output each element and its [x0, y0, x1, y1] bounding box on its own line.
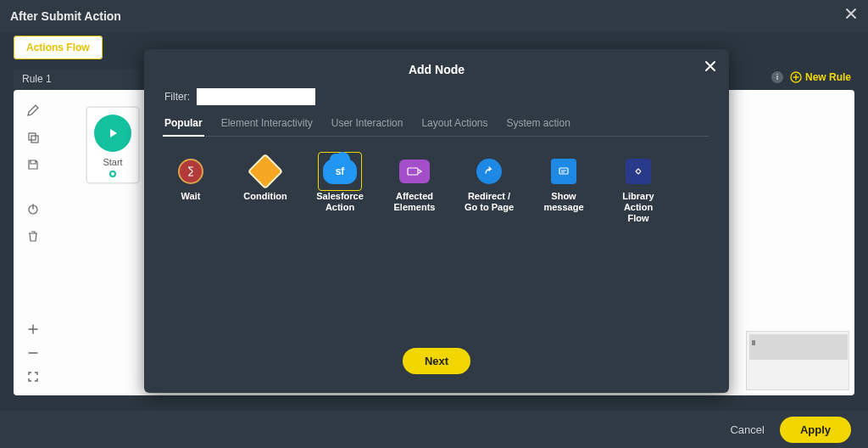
fullscreen-icon[interactable]: [26, 370, 40, 387]
new-rule-button[interactable]: i New Rule: [771, 71, 851, 83]
new-rule-label: New Rule: [805, 71, 851, 83]
tab-system-action[interactable]: System action: [506, 117, 570, 129]
hourglass-icon: [178, 159, 203, 184]
svg-rect-4: [408, 168, 418, 175]
plus-circle-icon: [790, 71, 802, 83]
start-node-label: Start: [92, 157, 133, 167]
filter-row: Filter:: [164, 88, 709, 105]
next-button[interactable]: Next: [403, 348, 470, 374]
library-icon: [626, 159, 651, 184]
modal-close-icon[interactable]: [704, 59, 717, 76]
modal-title: Add Node: [164, 63, 709, 76]
canvas-toolbar: [20, 102, 46, 244]
node-condition-label: Condition: [243, 191, 287, 202]
copy-icon[interactable]: [25, 129, 42, 146]
tab-actions-flow[interactable]: Actions Flow: [14, 36, 103, 59]
power-icon[interactable]: [25, 200, 42, 217]
cloud-icon: sf: [323, 159, 357, 184]
svg-rect-2: [31, 136, 38, 143]
canvas-zoom-controls: [20, 322, 46, 387]
node-wait[interactable]: Wait: [164, 152, 217, 225]
node-show-message[interactable]: Show message: [537, 152, 590, 225]
svg-rect-1: [29, 133, 36, 140]
node-salesforce-label: Salesforce Action: [314, 191, 366, 213]
node-library-label: Library Action Flow: [612, 191, 665, 225]
header-title: After Submit Action: [10, 9, 121, 23]
filter-input[interactable]: [197, 88, 315, 105]
node-redirect-label: Redirect / Go to Page: [463, 191, 515, 213]
start-node-port[interactable]: [109, 171, 116, 177]
tab-popular[interactable]: Popular: [164, 117, 203, 129]
apply-button[interactable]: Apply: [780, 417, 851, 443]
modal-header: After Submit Action: [0, 0, 868, 32]
play-icon: [94, 115, 131, 152]
tab-rule-1[interactable]: Rule 1: [14, 70, 139, 90]
node-palette: Wait Condition sf Salesforce Action Affe…: [164, 152, 709, 225]
tab-user-interaction[interactable]: User Interaction: [331, 117, 403, 129]
tab-layout-actions[interactable]: Layout Actions: [421, 117, 487, 129]
add-node-modal: Add Node Filter: Popular Element Interac…: [144, 49, 729, 393]
start-node[interactable]: Start: [86, 107, 139, 183]
tabbar: Actions Flow: [14, 39, 103, 54]
node-library-action-flow[interactable]: Library Action Flow: [612, 152, 665, 225]
node-affected-label: Affected Elements: [388, 191, 441, 213]
message-icon: [551, 159, 576, 184]
node-affected-elements[interactable]: Affected Elements: [388, 152, 441, 225]
node-redirect[interactable]: Redirect / Go to Page: [463, 152, 515, 225]
dialog-footer: Cancel Apply: [0, 411, 868, 448]
save-icon[interactable]: [25, 156, 42, 173]
filter-label: Filter:: [164, 91, 190, 103]
node-condition[interactable]: Condition: [239, 152, 292, 225]
modal-tabs: Popular Element Interactivity User Inter…: [164, 117, 709, 137]
minimap[interactable]: [746, 331, 849, 390]
node-message-label: Show message: [537, 191, 590, 213]
close-icon[interactable]: [844, 7, 858, 24]
zoom-out-icon[interactable]: [26, 346, 40, 363]
edit-icon[interactable]: [25, 102, 42, 119]
info-badge: i: [771, 71, 783, 83]
node-salesforce-action[interactable]: sf Salesforce Action: [314, 152, 366, 225]
diamond-icon: [248, 154, 283, 189]
zoom-in-icon[interactable]: [26, 322, 40, 339]
redirect-icon: [476, 159, 502, 184]
elements-icon: [399, 160, 430, 183]
node-wait-label: Wait: [181, 191, 201, 202]
cancel-button[interactable]: Cancel: [730, 423, 764, 436]
tab-element-interactivity[interactable]: Element Interactivity: [221, 117, 313, 129]
trash-icon[interactable]: [25, 227, 42, 244]
